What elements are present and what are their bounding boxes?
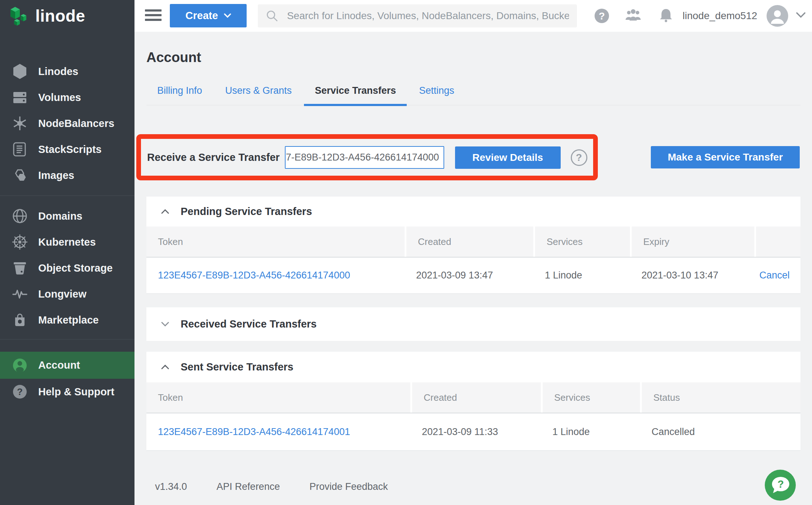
- receive-service-transfer-section: Receive a Service Transfer 123E4567-E89B…: [147, 146, 587, 169]
- sidebar-item-linodes[interactable]: Linodes: [0, 58, 134, 84]
- top-bar: Create Search for Linodes, Volumes, Node…: [134, 0, 812, 32]
- pending-token-link[interactable]: 123E4567-E89B-12D3-A456-426614174000: [158, 270, 350, 281]
- chat-question-icon: ?: [769, 475, 791, 495]
- user-menu[interactable]: linode_demo512: [683, 0, 806, 32]
- linode-logo[interactable]: linode: [0, 0, 134, 32]
- tab-service-transfers[interactable]: Service Transfers: [304, 85, 407, 105]
- column-header-services: Services: [541, 382, 640, 413]
- sidebar-item-marketplace[interactable]: Marketplace: [0, 307, 134, 333]
- received-transfers-toggle[interactable]: Received Service Transfers: [146, 307, 800, 341]
- sidebar-item-domains[interactable]: Domains: [0, 203, 134, 229]
- sidebar-divider: [0, 339, 134, 339]
- images-icon: [11, 167, 29, 184]
- review-details-button[interactable]: Review Details: [455, 146, 561, 169]
- volumes-icon: [11, 89, 29, 106]
- column-header-created: Created: [410, 382, 541, 413]
- page-title: Account: [146, 50, 201, 65]
- column-header-status: Status: [640, 382, 800, 413]
- table-row: 123E4567-E89B-12D3-A456-426614174001 202…: [146, 413, 800, 451]
- marketplace-icon: [11, 312, 29, 328]
- kubernetes-icon: [11, 234, 29, 250]
- pending-transfers-toggle[interactable]: Pending Service Transfers: [146, 197, 800, 227]
- sidebar-item-help-support[interactable]: ? Help & Support: [0, 379, 134, 405]
- main-content: Account Billing Info Users & Grants Serv…: [134, 32, 812, 505]
- column-header-expiry: Expiry: [630, 227, 754, 257]
- longview-icon: [11, 286, 29, 302]
- avatar: [767, 5, 788, 27]
- notifications-bell-icon[interactable]: [657, 8, 675, 24]
- svg-text:?: ?: [17, 386, 23, 397]
- account-icon: [11, 357, 29, 374]
- pending-expiry-cell: 2021-03-10 13:47: [630, 258, 754, 293]
- search-input[interactable]: Search for Linodes, Volumes, NodeBalance…: [258, 4, 577, 27]
- receive-transfer-label: Receive a Service Transfer: [147, 152, 280, 163]
- search-placeholder: Search for Linodes, Volumes, NodeBalance…: [287, 10, 569, 22]
- provide-feedback-link[interactable]: Provide Feedback: [309, 481, 388, 492]
- sidebar-item-object-storage[interactable]: Object Storage: [0, 255, 134, 281]
- sidebar-item-account[interactable]: Account: [0, 352, 134, 379]
- chevron-down-icon: [161, 322, 169, 326]
- object-storage-icon: [11, 260, 29, 276]
- sidebar-item-stackscripts[interactable]: StackScripts: [0, 136, 134, 162]
- pending-transfers-card: Pending Service Transfers Token Created …: [146, 197, 800, 294]
- sidebar-item-nodebalancers[interactable]: NodeBalancers: [0, 110, 134, 136]
- create-button[interactable]: Create: [170, 4, 247, 27]
- column-header-token: Token: [146, 382, 410, 413]
- sidebar-divider: [0, 196, 134, 196]
- chevron-up-icon: [161, 209, 169, 214]
- received-transfers-card: Received Service Transfers: [146, 307, 800, 341]
- pending-services-cell: 1 Linode: [533, 258, 630, 293]
- make-service-transfer-button[interactable]: Make a Service Transfer: [651, 146, 800, 168]
- sent-services-cell: 1 Linode: [541, 413, 640, 450]
- transfer-token-input[interactable]: 123E4567-E89B-12D3-A456-426614174000: [285, 146, 444, 169]
- tab-billing-info[interactable]: Billing Info: [146, 85, 213, 105]
- tab-settings[interactable]: Settings: [408, 85, 465, 105]
- chevron-down-icon: [796, 12, 806, 19]
- sent-created-cell: 2021-03-09 11:33: [410, 413, 541, 450]
- sent-transfers-toggle[interactable]: Sent Service Transfers: [146, 352, 800, 382]
- sidebar-nav: Linodes Volumes NodeBalancers StackScrip…: [0, 32, 134, 405]
- sent-status-cell: Cancelled: [640, 413, 800, 450]
- tab-users-grants[interactable]: Users & Grants: [215, 85, 303, 105]
- username: linode_demo512: [683, 10, 757, 22]
- menu-toggle-icon[interactable]: [145, 9, 162, 22]
- sidebar-item-volumes[interactable]: Volumes: [0, 84, 134, 110]
- svg-text:?: ?: [599, 10, 605, 22]
- chevron-down-icon: [224, 13, 231, 18]
- sidebar: linode Linodes Volumes NodeBalancers: [0, 0, 134, 505]
- pending-table-header: Token Created Services Expiry: [146, 227, 800, 257]
- brand-name: linode: [35, 6, 85, 26]
- column-header-created: Created: [405, 227, 533, 257]
- table-row: 123E4567-E89B-12D3-A456-426614174000 202…: [146, 257, 800, 294]
- help-icon[interactable]: ?: [592, 8, 611, 24]
- pending-created-cell: 2021-03-09 13:47: [405, 258, 533, 293]
- help-circle-icon: ?: [11, 383, 29, 400]
- nodebalancers-icon: [11, 115, 29, 132]
- linodes-icon: [11, 63, 29, 80]
- api-reference-link[interactable]: API Reference: [217, 481, 280, 492]
- search-icon: [266, 9, 278, 22]
- column-header-services: Services: [533, 227, 630, 257]
- domains-icon: [11, 208, 29, 224]
- column-header-actions: [754, 227, 800, 257]
- footer: v1.34.0 API Reference Provide Feedback: [155, 481, 388, 492]
- sidebar-item-images[interactable]: Images: [0, 162, 134, 188]
- cancel-transfer-link[interactable]: Cancel: [759, 270, 790, 281]
- account-tabs: Billing Info Users & Grants Service Tran…: [146, 85, 800, 105]
- sent-transfers-card: Sent Service Transfers Token Created Ser…: [146, 352, 800, 451]
- app-version: v1.34.0: [155, 481, 187, 492]
- community-icon[interactable]: [624, 8, 643, 24]
- linode-logo-icon: [9, 5, 30, 27]
- column-header-token: Token: [146, 227, 405, 257]
- stackscripts-icon: [11, 141, 29, 158]
- sent-table-header: Token Created Services Status: [146, 382, 800, 413]
- svg-text:?: ?: [777, 478, 784, 490]
- support-chat-button[interactable]: ?: [765, 470, 796, 501]
- sent-token-link[interactable]: 123E4567-E89B-12D3-A456-426614174001: [158, 426, 350, 438]
- chevron-up-icon: [161, 365, 169, 369]
- linode-cloud-manager: linode Linodes Volumes NodeBalancers: [0, 0, 812, 505]
- receive-help-icon[interactable]: ?: [571, 149, 587, 166]
- sidebar-item-kubernetes[interactable]: Kubernetes: [0, 229, 134, 255]
- sidebar-item-longview[interactable]: Longview: [0, 281, 134, 307]
